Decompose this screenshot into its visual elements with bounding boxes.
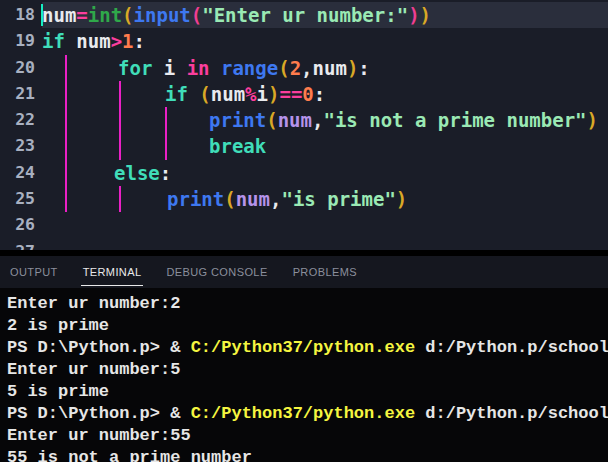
terminal-line: Enter ur number:2 (7, 293, 608, 315)
code-token-arg: num (278, 109, 312, 131)
terminal-text: 55 is not a prime number (7, 448, 252, 462)
code-token-br1: ) (268, 83, 279, 105)
terminal-text: d:/Python.p/school/p (415, 338, 608, 357)
line-number: 20 (0, 55, 42, 81)
line-number: 25 (0, 186, 42, 212)
indent-guide (165, 133, 167, 159)
code-token-br2: ( (191, 4, 202, 26)
code-token-punc: : (314, 83, 325, 105)
terminal-text: Enter ur number:5 (7, 360, 180, 379)
indent-guide (65, 133, 67, 159)
code-token-br1: ) (396, 188, 407, 210)
indent-guide (65, 160, 67, 186)
indent-guide (65, 81, 67, 107)
code-editor[interactable]: 18num=int(input("Enter ur number:"))19if… (0, 0, 608, 250)
terminal-line: PS D:\Python.p> & C:/Python37/python.exe… (7, 403, 608, 425)
code-token-br1: ( (224, 188, 235, 210)
code-token-fn: print (167, 188, 224, 210)
indent-guide (65, 186, 67, 212)
command-path: C:/Python37/python.exe (191, 404, 415, 423)
terminal-line: Enter ur number:55 (7, 425, 608, 447)
code-token-var: num (313, 57, 347, 79)
code-token-punc: , (312, 109, 323, 131)
code-token-var: i (257, 83, 268, 105)
indent-guide (119, 107, 121, 133)
code-token-fn: range (221, 57, 278, 79)
code-token-br1: ) (347, 57, 358, 79)
terminal-text: d:/Python.p/school/p (415, 404, 608, 423)
indent-guide (65, 107, 67, 133)
line-number: 26 (0, 212, 42, 238)
code-token-fn: print (209, 109, 266, 131)
code-token-str: "is not a prime number" (323, 109, 586, 131)
code-token-br1: ( (266, 109, 277, 131)
terminal-text: Enter ur number:55 (7, 426, 191, 445)
code-token-punc: , (301, 57, 312, 79)
code-line[interactable]: 24else: (0, 160, 608, 186)
code-line[interactable]: 20for i in range(2,num): (0, 55, 608, 81)
code-line[interactable]: 27 (0, 239, 608, 250)
code-token-br1: ( (278, 57, 289, 79)
terminal-output[interactable]: Enter ur number:22 is primePS D:\Python.… (0, 288, 608, 462)
terminal-text: Enter ur number:2 (7, 294, 180, 313)
code-line-text: for i in range(2,num): (42, 55, 608, 81)
indent-guide (65, 55, 67, 81)
code-line[interactable]: 21if (num%i)==0: (0, 81, 608, 107)
terminal-text: 5 is prime (7, 382, 109, 401)
line-number: 23 (0, 133, 42, 159)
terminal-text: PS D:\Python.p> & (7, 338, 191, 357)
code-token-kw: if (165, 83, 199, 105)
code-token-str: "is prime" (281, 188, 395, 210)
line-number: 21 (0, 81, 42, 107)
code-token-punc: : (160, 162, 171, 184)
indent-guide (165, 107, 167, 133)
code-token-var: num (211, 83, 245, 105)
terminal-line: PS D:\Python.p> & C:/Python37/python.exe… (7, 337, 608, 359)
line-number: 27 (0, 239, 42, 250)
code-line[interactable]: 23break (0, 133, 608, 159)
line-number: 19 (0, 28, 42, 54)
code-token-var: num (76, 30, 110, 52)
code-token-op: == (279, 83, 302, 105)
code-line-text: if (num%i)==0: (42, 81, 608, 107)
code-token-arg: num (236, 188, 270, 210)
code-token-kw: if (42, 30, 76, 52)
code-line-text (42, 212, 608, 238)
code-token-br1: ( (199, 83, 210, 105)
line-number: 18 (0, 2, 42, 28)
terminal-text: 2 is prime (7, 316, 109, 335)
code-line[interactable]: 18num=int(input("Enter ur number:")) (0, 2, 608, 28)
code-line-text: break (42, 133, 608, 159)
code-line[interactable]: 26 (0, 212, 608, 238)
command-path: C:/Python37/python.exe (191, 338, 415, 357)
code-token-br1: ( (122, 4, 133, 26)
terminal-text: PS D:\Python.p> & (7, 404, 191, 423)
code-token-green: int (88, 4, 122, 26)
tab-output[interactable]: OUTPUT (8, 257, 60, 286)
tab-problems[interactable]: PROBLEMS (291, 257, 359, 286)
code-token-op: > (111, 30, 122, 52)
indent-guide (119, 186, 121, 212)
line-number: 22 (0, 107, 42, 133)
code-token-var: i (164, 57, 187, 79)
code-token-op: = (76, 4, 87, 26)
code-token-str: "Enter ur number:" (202, 4, 408, 26)
indent-guide (119, 81, 121, 107)
code-token-fn: input (134, 4, 191, 26)
code-line-text (42, 239, 608, 250)
indent-guide (119, 133, 121, 159)
code-token-number: 2 (290, 57, 301, 79)
code-token-punc: , (270, 188, 281, 210)
code-token-op: in (187, 57, 221, 79)
tab-debug-console[interactable]: DEBUG CONSOLE (164, 257, 269, 286)
code-token-br2: ) (408, 4, 419, 26)
code-token-number: 1 (122, 30, 133, 52)
code-line[interactable]: 25print(num,"is prime") (0, 186, 608, 212)
code-line[interactable]: 22print(num,"is not a prime number") (0, 107, 608, 133)
code-line-text: if num>1: (42, 28, 608, 54)
code-token-br1: ) (420, 4, 431, 26)
code-line[interactable]: 19if num>1: (0, 28, 608, 54)
terminal-line: 55 is not a prime number (7, 447, 608, 462)
panel-tabs: OUTPUTTERMINALDEBUG CONSOLEPROBLEMS (0, 256, 608, 288)
tab-terminal[interactable]: TERMINAL (81, 257, 144, 286)
